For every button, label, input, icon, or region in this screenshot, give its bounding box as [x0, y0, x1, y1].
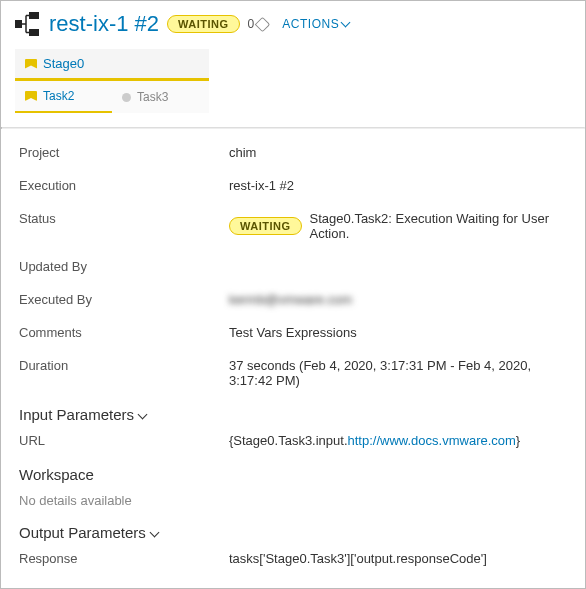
row-executed-by: Executed By kermb@vmware.com [19, 292, 567, 307]
label-duration: Duration [19, 358, 229, 373]
heading-input-parameters: Input Parameters [19, 406, 134, 423]
tag-count: 0 [248, 17, 269, 31]
actions-label: ACTIONS [282, 17, 339, 31]
url-prefix: {Stage0.Task3.input. [229, 433, 348, 448]
task-label: Task2 [43, 89, 74, 103]
task-task3[interactable]: Task3 [112, 81, 209, 113]
pipeline-title[interactable]: rest-ix-1 #2 [49, 11, 159, 37]
row-response: Response tasks['Stage0.Task3']['output.r… [19, 551, 567, 566]
svg-rect-2 [29, 29, 39, 36]
workspace-empty: No details available [19, 493, 567, 508]
label-project: Project [19, 145, 229, 160]
status-badge: WAITING [167, 15, 240, 33]
status-badge: WAITING [229, 217, 302, 235]
value-status: WAITING Stage0.Task2: Execution Waiting … [229, 211, 567, 241]
envelope-icon [25, 91, 37, 101]
value-executed-by: kermb@vmware.com [229, 292, 567, 307]
value-response: tasks['Stage0.Task3']['output.responseCo… [229, 551, 567, 566]
chevron-down-icon [151, 524, 158, 541]
row-duration: Duration 37 seconds (Feb 4, 2020, 3:17:3… [19, 358, 567, 388]
row-updated-by: Updated By [19, 259, 567, 274]
row-status: Status WAITING Stage0.Task2: Execution W… [19, 211, 567, 241]
value-execution[interactable]: rest-ix-1 #2 [229, 178, 567, 193]
label-status: Status [19, 211, 229, 226]
section-input-parameters[interactable]: Input Parameters [19, 406, 567, 423]
task-row: Task2 Task3 [15, 81, 209, 113]
label-executed-by: Executed By [19, 292, 229, 307]
heading-output-parameters: Output Parameters [19, 524, 146, 541]
url-link[interactable]: http://www.docs.vmware.com [348, 433, 516, 448]
section-workspace: Workspace [19, 466, 567, 483]
stage-diagram: Stage0 Task2 Task3 [1, 45, 585, 127]
heading-workspace: Workspace [19, 466, 94, 483]
label-updated-by: Updated By [19, 259, 229, 274]
label-url: URL [19, 433, 229, 448]
task-task2[interactable]: Task2 [15, 81, 112, 113]
value-comments: Test Vars Expressions [229, 325, 567, 340]
envelope-icon [25, 59, 37, 69]
value-duration: 37 seconds (Feb 4, 2020, 3:17:31 PM - Fe… [229, 358, 567, 388]
row-url: URL {Stage0.Task3.input.http://www.docs.… [19, 433, 567, 448]
row-comments: Comments Test Vars Expressions [19, 325, 567, 340]
chevron-down-icon [342, 17, 349, 31]
chevron-down-icon [139, 406, 146, 423]
label-execution: Execution [19, 178, 229, 193]
status-text: Stage0.Task2: Execution Waiting for User… [310, 211, 567, 241]
details-panel: Project chim Execution rest-ix-1 #2 Stat… [1, 129, 585, 566]
pipeline-header: rest-ix-1 #2 WAITING 0 ACTIONS [1, 1, 585, 45]
stage-header[interactable]: Stage0 [15, 49, 209, 81]
url-suffix: } [516, 433, 520, 448]
pipeline-icon [15, 12, 41, 36]
actions-menu[interactable]: ACTIONS [282, 17, 349, 31]
stage-name: Stage0 [43, 56, 84, 71]
section-output-parameters[interactable]: Output Parameters [19, 524, 567, 541]
label-response: Response [19, 551, 229, 566]
value-project: chim [229, 145, 567, 160]
svg-rect-1 [29, 12, 39, 19]
tag-icon [255, 16, 271, 32]
row-project: Project chim [19, 145, 567, 160]
pending-icon [122, 93, 131, 102]
value-url: {Stage0.Task3.input.http://www.docs.vmwa… [229, 433, 567, 448]
svg-rect-0 [15, 20, 22, 28]
task-label: Task3 [137, 90, 168, 104]
row-execution: Execution rest-ix-1 #2 [19, 178, 567, 193]
stage-box: Stage0 Task2 Task3 [15, 49, 209, 113]
label-comments: Comments [19, 325, 229, 340]
